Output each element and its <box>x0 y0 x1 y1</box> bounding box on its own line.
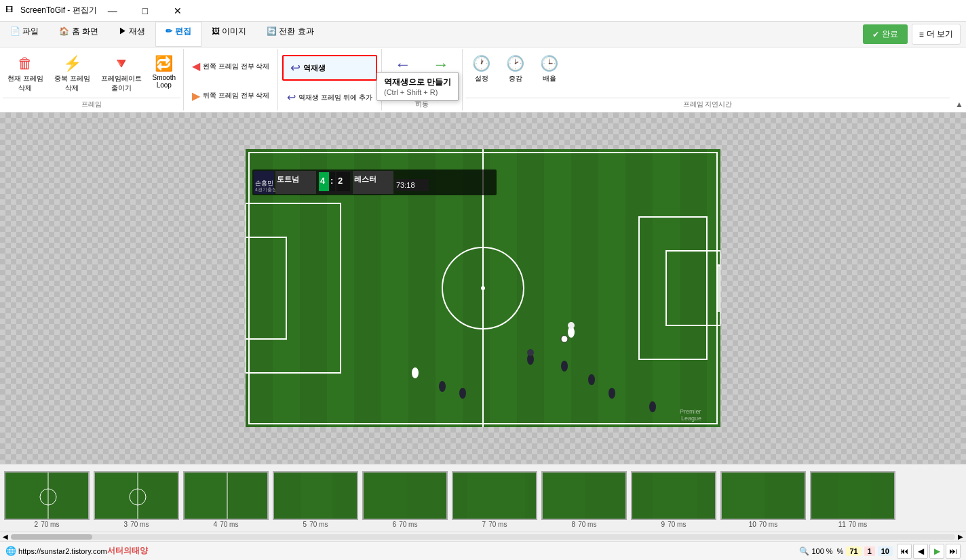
nav-last-button[interactable]: ⏭ <box>946 544 961 559</box>
svg-point-15 <box>568 322 575 329</box>
list-item[interactable]: 9 70 ms <box>630 471 718 528</box>
film-thumbnail[interactable] <box>631 471 716 520</box>
maximize-button[interactable]: □ <box>130 1 161 21</box>
svg-text:손흥민: 손흥민 <box>255 180 273 186</box>
svg-text:League: League <box>681 415 701 422</box>
frame-delay: 70 ms <box>220 521 238 528</box>
nav-prev-button[interactable]: ◀ <box>913 544 928 559</box>
frame-section-label: 프레임 <box>3 98 180 111</box>
frame-section: 🗑 현재 프레임삭제 ⚡ 중복 프레임삭제 🔻 프레임레이트줄이기 🔁 Smoo… <box>0 49 184 111</box>
transition-icon: 🔄 <box>267 26 277 36</box>
film-info: 3 70 ms <box>124 521 149 528</box>
tab-edit[interactable]: ✏ 편집 <box>155 22 201 47</box>
file-icon: 📄 <box>10 26 20 36</box>
tab-play[interactable]: ▶ 재생 <box>109 22 155 47</box>
frame-number: 6 <box>393 521 397 528</box>
canvas-area: Premier League 손흥민 4경기출장 토트넘 4 : 2 <box>0 113 966 464</box>
frame-number: 8 <box>572 521 576 528</box>
svg-rect-63 <box>543 473 585 520</box>
app-icon: 🎞 <box>5 5 16 16</box>
smooth-loop-button[interactable]: 🔁 SmoothLoop <box>148 52 180 94</box>
delay-section: 🕐 설정 🕑 증감 🕒 배율 프레임 지연시간 <box>463 49 952 111</box>
frame-number: 10 <box>749 521 756 528</box>
clock-icon: 🕐 <box>472 55 490 73</box>
status-url-highlight: 서터의태양 <box>107 545 148 557</box>
list-item[interactable]: 11 70 ms <box>809 471 897 528</box>
list-item[interactable]: 10 70 ms <box>719 471 807 528</box>
tooltip-popup: 역재생으로 만들기 (Ctrl + Shift + R) <box>376 72 459 101</box>
svg-text:4: 4 <box>320 176 326 186</box>
film-thumbnail[interactable] <box>541 471 627 520</box>
nav-first-button[interactable]: ⏮ <box>897 544 912 559</box>
more-icon: ≡ <box>919 30 924 39</box>
image-icon: 🖼 <box>212 26 220 36</box>
frame-delay: 70 ms <box>578 521 596 528</box>
ribbon-toolbar: 역재생으로 만들기 (Ctrl + Shift + R) 🗑 현재 프레임삭제 … <box>0 47 966 113</box>
reduce-framerate-button[interactable]: 🔻 프레임레이트줄이기 <box>96 52 147 96</box>
globe-icon: 🌐 <box>5 546 16 556</box>
clock-percent-icon: 🕒 <box>540 55 558 73</box>
list-item[interactable]: 3 70 ms <box>92 471 180 528</box>
increase-button[interactable]: 🕑 증감 <box>499 52 532 94</box>
scroll-left-button[interactable]: ◀ <box>3 533 8 540</box>
nav-next-button[interactable]: ▶ <box>929 544 944 559</box>
film-thumbnail[interactable] <box>273 471 358 520</box>
frame-delay: 70 ms <box>668 521 686 528</box>
delete-left-all-button[interactable]: ◀ 왼쪽 프레임 전부 삭제 <box>188 57 273 75</box>
reverse-add-button[interactable]: ↩ 역재생 프레임 뒤에 추가 <box>282 87 376 107</box>
percent-icon: % <box>837 547 844 555</box>
film-thumbnail[interactable] <box>4 471 90 520</box>
list-item[interactable]: 2 70 ms <box>3 471 91 528</box>
scroll-right-button[interactable]: ▶ <box>958 533 963 540</box>
frame-delay: 70 ms <box>488 521 507 528</box>
list-item[interactable]: 7 70 ms <box>450 471 539 528</box>
delete-overlap-button[interactable]: ⚡ 중복 프레임삭제 <box>50 52 95 96</box>
film-info: 10 70 ms <box>749 521 777 528</box>
ratio-button[interactable]: 🕒 배율 <box>533 52 566 94</box>
film-info: 5 70 ms <box>303 521 328 528</box>
filmstrip-scrollbar[interactable]: ◀ ▶ <box>0 532 966 541</box>
film-thumbnail[interactable] <box>94 471 179 520</box>
tab-file[interactable]: 📄 파일 <box>0 22 49 47</box>
film-thumbnail[interactable] <box>720 471 806 520</box>
film-thumbnail[interactable] <box>452 471 537 520</box>
delete-right-all-button[interactable]: ▶ 뒤쪽 프레임 전부 삭제 <box>188 87 273 105</box>
reverse-play-icon: ↩ <box>290 60 301 75</box>
minimize-button[interactable]: — <box>97 1 128 21</box>
frame-delay: 70 ms <box>309 521 328 528</box>
settings-button[interactable]: 🕐 설정 <box>465 52 498 94</box>
film-thumbnail[interactable] <box>183 471 269 520</box>
complete-button[interactable]: ✔ 완료 <box>863 24 908 44</box>
svg-rect-67 <box>722 473 765 520</box>
frame-number: 11 <box>838 521 846 528</box>
frame-counter: % 71 1 10 <box>837 546 893 556</box>
list-item[interactable]: 8 70 ms <box>540 471 628 528</box>
play-icon: ▶ <box>119 26 127 36</box>
close-button[interactable]: ✕ <box>162 1 193 21</box>
svg-point-18 <box>561 361 568 372</box>
tab-image[interactable]: 🖼 이미지 <box>201 22 256 47</box>
film-thumbnail[interactable] <box>362 471 448 520</box>
reverse-play-button[interactable]: ↩ 역재생 <box>282 55 376 81</box>
svg-point-22 <box>439 381 446 392</box>
more-button[interactable]: ≡ 더 보기 <box>912 24 961 45</box>
svg-rect-65 <box>653 473 697 520</box>
reverse-add-label: 역재생 프레임 뒤에 추가 <box>298 93 372 102</box>
arrow-left-red-icon: ◀ <box>192 60 200 73</box>
status-bar: 🌐 https://sunstar2.tistory.com 서터의태양 🔍 1… <box>0 541 966 560</box>
svg-text:4경기출장: 4경기출장 <box>255 187 277 192</box>
list-item[interactable]: 6 70 ms <box>361 471 449 528</box>
list-item[interactable]: 4 70 ms <box>182 471 270 528</box>
arrow-right-green-icon: → <box>433 55 449 74</box>
tab-home[interactable]: 🏠 홈 화면 <box>49 22 109 47</box>
delete-current-button[interactable]: 🗑 현재 프레임삭제 <box>3 52 48 96</box>
film-thumbnail[interactable] <box>810 471 895 520</box>
ribbon-collapse-button[interactable]: ▲ <box>955 100 963 109</box>
list-item[interactable]: 5 70 ms <box>271 471 360 528</box>
tab-transition[interactable]: 🔄 전환 효과 <box>256 22 324 47</box>
reverse-section: ↩ 역재생 ↩ 역재생 프레임 뒤에 추가 <box>278 49 381 111</box>
scroll-thumb[interactable] <box>11 534 92 540</box>
frame-number: 2 <box>35 521 39 528</box>
status-url: https://sunstar2.tistory.com <box>16 547 107 555</box>
film-info: 11 70 ms <box>838 521 867 528</box>
